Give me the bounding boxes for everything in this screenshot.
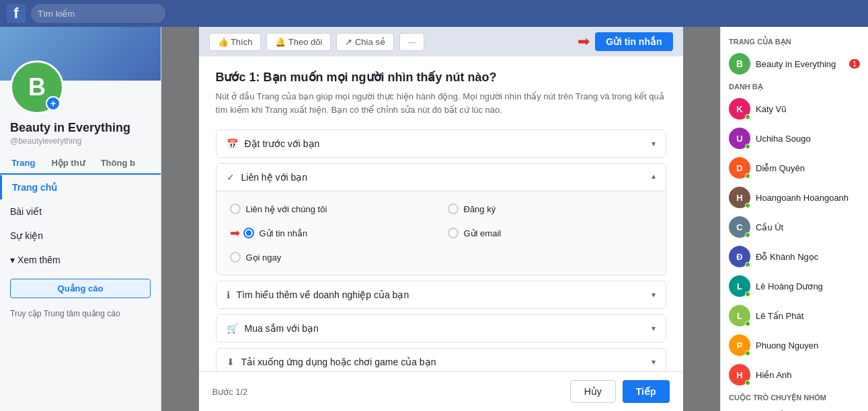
page-wrapper: B + Beauty in Everything @beautyieveryth… <box>0 27 868 411</box>
tab-hop-thu[interactable]: Hộp thư <box>43 152 92 175</box>
arrow-left-icon: ➡ <box>230 226 240 240</box>
page-beauty-name: Beauty in Everything <box>756 59 844 69</box>
online-dot <box>745 232 750 238</box>
avatar-plus-icon[interactable]: + <box>46 96 61 111</box>
contact-diem[interactable]: D Diễm Quyên <box>721 153 868 183</box>
cuoc-tro-chuyen-title: CUỘC TRÒ CHUYỆN NHÓM <box>721 390 868 405</box>
radio-circle-selected <box>243 228 254 238</box>
action-buttons: 👍 Thích 🔔 Theo dõi ↗ Chia sẻ ··· <box>209 33 424 51</box>
contact-phuong[interactable]: P Phuong Nguyen <box>721 330 868 360</box>
sidebar-nav: Trang chủ Bài viết Sự kiện ▾ Xem thêm <box>0 175 161 272</box>
step-indicator: Bước 1/2 <box>212 387 248 397</box>
radio-circle <box>230 203 241 214</box>
radio-gui-email[interactable]: Gửi email <box>448 224 652 242</box>
modal-overlay: 👍 Thích 🔔 Theo dõi ↗ Chia sẻ ··· ➡ Gửi t… <box>161 27 720 411</box>
top-bar: f <box>0 0 868 27</box>
option-lien-he-header[interactable]: ✓ Liên hệ với bạn ▾ <box>216 164 666 191</box>
sidebar-tabs: Trang Hộp thư Thông b <box>0 152 161 175</box>
contact-do-khanh-avatar: Đ <box>729 246 750 267</box>
send-message-button[interactable]: Gửi tin nhắn <box>595 32 672 51</box>
info-icon: ℹ <box>227 289 230 300</box>
tab-thong-bao[interactable]: Thông b <box>93 152 143 175</box>
tao-nhom-item[interactable]: Tạo nhóm mới <box>721 405 868 411</box>
sidebar-item-bai-viet[interactable]: Bài viết <box>0 199 161 224</box>
chevron-down-icon: ▾ <box>652 357 656 367</box>
page-badge: 1 <box>849 59 860 68</box>
lien-he-expanded: Liên hệ với chúng tôi Đăng ký ➡ <box>216 191 666 275</box>
contact-phuong-avatar: P <box>729 334 750 356</box>
option-tai-xuong-label: Tải xuống ứng dụng hoặc chơi game của bạ… <box>241 357 436 367</box>
option-tai-xuong-header[interactable]: ⬇ Tải xuống ứng dụng hoặc chơi game của … <box>216 349 666 371</box>
next-button[interactable]: Tiếp <box>623 380 670 403</box>
contact-hoangoanh[interactable]: H Hoangoanh Hoangoanh <box>721 183 868 212</box>
sidebar-item-trang-chu[interactable]: Trang chủ <box>0 175 161 199</box>
radio-lien-he-chung-toi[interactable]: Liên hệ với chúng tôi <box>230 199 434 218</box>
contact-cau-ut-name: Cầu Út <box>756 222 860 232</box>
contact-le-tan[interactable]: L Lê Tấn Phát <box>721 301 868 330</box>
option-lien-he: ✓ Liên hệ với bạn ▾ Liên hệ với chúng tô… <box>216 163 666 275</box>
more-button[interactable]: ··· <box>399 33 424 51</box>
left-sidebar: B + Beauty in Everything @beautyieveryth… <box>0 27 161 411</box>
contact-hien-anh[interactable]: H Hiền Anh <box>721 360 868 390</box>
option-dat-truoc-header[interactable]: 📅 Đặt trước với bạn ▾ <box>216 130 666 157</box>
contact-hien-anh-name: Hiền Anh <box>756 370 860 380</box>
search-input[interactable] <box>31 4 165 23</box>
radio-label: Liên hệ với chúng tôi <box>246 204 327 214</box>
radio-label: Gửi tin nhắn <box>260 228 308 238</box>
contact-diem-avatar: D <box>729 157 750 179</box>
contact-hoangoanh-name: Hoangoanh Hoangoanh <box>756 193 860 203</box>
online-dot <box>745 380 750 385</box>
radio-dang-ky[interactable]: Đăng ký <box>448 199 652 218</box>
option-dat-truoc: 📅 Đặt trước với bạn ▾ <box>216 130 666 158</box>
like-button[interactable]: 👍 Thích <box>209 33 262 51</box>
modal-footer: Bước 1/2 Hủy Tiếp <box>199 371 683 411</box>
contact-cau-ut[interactable]: C Cầu Út <box>721 212 868 242</box>
cart-icon: 🛒 <box>227 323 238 334</box>
modal: 👍 Thích 🔔 Theo dõi ↗ Chia sẻ ··· ➡ Gửi t… <box>199 27 683 411</box>
danh-ba-title: DANH BẠ <box>721 79 868 94</box>
check-icon: ✓ <box>227 172 235 183</box>
radio-grid: Liên hệ với chúng tôi Đăng ký ➡ <box>230 199 652 267</box>
option-tai-xuong: ⬇ Tải xuống ứng dụng hoặc chơi game của … <box>216 348 666 371</box>
chevron-down-icon: ▾ <box>652 324 656 333</box>
tab-trang[interactable]: Trang <box>3 152 43 175</box>
radio-circle <box>448 203 459 214</box>
option-mua-sam-header[interactable]: 🛒 Mua sắm với bạn ▾ <box>216 315 666 342</box>
sidebar-item-su-kien[interactable]: Sự kiện <box>0 224 161 248</box>
option-lien-he-label: Liên hệ với bạn <box>241 172 308 183</box>
radio-label: Gọi ngay <box>246 253 282 263</box>
option-dat-truoc-label: Đặt trước với bạn <box>245 138 320 149</box>
radio-label: Đăng ký <box>464 204 496 214</box>
follow-button[interactable]: 🔔 Theo dõi <box>266 33 331 51</box>
modal-top-bar: 👍 Thích 🔔 Theo dõi ↗ Chia sẻ ··· ➡ Gửi t… <box>199 27 683 56</box>
online-dot <box>745 173 750 179</box>
radio-gui-tin-nhan[interactable]: Gửi tin nhắn <box>243 224 308 242</box>
download-icon: ⬇ <box>227 357 235 367</box>
contact-hoangoanh-avatar: H <box>729 187 750 208</box>
radio-goi-ngay[interactable]: Gọi ngay <box>230 248 434 267</box>
page-name: Beauty in Everything <box>0 118 161 136</box>
contact-le-hoang[interactable]: L Lê Hoàng Dương <box>721 271 868 301</box>
online-dot <box>745 262 750 267</box>
contact-le-hoang-avatar: L <box>729 275 750 297</box>
radio-row-gui-tin-nhan: ➡ Gửi tin nhắn <box>230 224 434 242</box>
page-username: @beautyieverything <box>0 136 161 152</box>
online-dot <box>745 321 750 326</box>
share-button[interactable]: ↗ Chia sẻ <box>336 33 393 51</box>
quang-cao-button[interactable]: Quảng cáo <box>10 279 151 298</box>
online-dot <box>745 144 750 149</box>
contact-uchiha[interactable]: U Uchiha Sougo <box>721 124 868 153</box>
avatar-letter: B <box>28 73 46 101</box>
cancel-button[interactable]: Hủy <box>570 380 616 403</box>
online-dot <box>745 351 750 356</box>
page-beauty-item[interactable]: B Beauty in Everything 1 <box>721 49 868 79</box>
contact-le-hoang-name: Lê Hoàng Dương <box>756 281 860 291</box>
step-title: Bước 1: Bạn muốn mọi người nhìn thấy nút… <box>216 70 666 85</box>
option-tim-hieu-header[interactable]: ℹ Tìm hiểu thêm về doanh nghiệp của bạn … <box>216 281 666 308</box>
contact-do-khanh[interactable]: Đ Đỗ Khánh Ngọc <box>721 242 868 271</box>
sidebar-item-xem-them[interactable]: ▾ Xem thêm <box>0 248 161 272</box>
contact-katy[interactable]: K Katy Vũ <box>721 94 868 124</box>
option-tim-hieu-label: Tìm hiểu thêm về doanh nghiệp của bạn <box>237 289 409 300</box>
contact-le-tan-name: Lê Tấn Phát <box>756 311 860 321</box>
contact-katy-avatar: K <box>729 98 750 120</box>
